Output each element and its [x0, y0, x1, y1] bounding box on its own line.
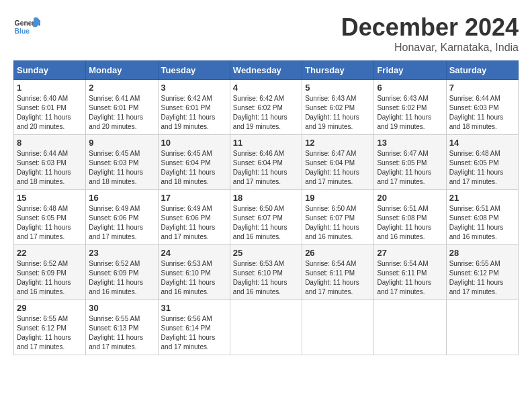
- day-info: Sunrise: 6:43 AMSunset: 6:02 PMDaylight:…: [305, 95, 359, 130]
- page-header: General Blue December 2024 Honavar, Karn…: [13, 13, 519, 54]
- day-number: 3: [161, 83, 227, 93]
- logo: General Blue: [13, 13, 43, 40]
- day-number: 10: [161, 138, 227, 148]
- calendar-day-cell: [374, 300, 446, 355]
- day-number: 1: [17, 83, 83, 93]
- day-info: Sunrise: 6:44 AMSunset: 6:03 PMDaylight:…: [17, 150, 71, 185]
- weekday-header: Wednesday: [230, 61, 302, 80]
- day-number: 29: [17, 303, 83, 313]
- day-number: 11: [233, 138, 299, 148]
- day-info: Sunrise: 6:52 AMSunset: 6:09 PMDaylight:…: [89, 260, 143, 295]
- location: Honavar, Karnataka, India: [341, 42, 519, 54]
- calendar-day-cell: 16 Sunrise: 6:49 AMSunset: 6:06 PMDaylig…: [86, 190, 158, 245]
- day-info: Sunrise: 6:54 AMSunset: 6:11 PMDaylight:…: [377, 260, 431, 295]
- day-info: Sunrise: 6:51 AMSunset: 6:08 PMDaylight:…: [377, 205, 431, 240]
- day-info: Sunrise: 6:45 AMSunset: 6:04 PMDaylight:…: [161, 150, 216, 185]
- day-info: Sunrise: 6:41 AMSunset: 6:01 PMDaylight:…: [89, 95, 143, 130]
- calendar-day-cell: 27 Sunrise: 6:54 AMSunset: 6:11 PMDaylig…: [374, 245, 446, 300]
- calendar-day-cell: 3 Sunrise: 6:42 AMSunset: 6:01 PMDayligh…: [158, 80, 230, 135]
- calendar-day-cell: 21 Sunrise: 6:51 AMSunset: 6:08 PMDaylig…: [446, 190, 518, 245]
- day-number: 8: [17, 138, 83, 148]
- day-number: 20: [377, 193, 443, 203]
- day-info: Sunrise: 6:48 AMSunset: 6:05 PMDaylight:…: [17, 205, 71, 240]
- day-info: Sunrise: 6:55 AMSunset: 6:12 PMDaylight:…: [17, 315, 71, 351]
- calendar-day-cell: 29 Sunrise: 6:55 AMSunset: 6:12 PMDaylig…: [14, 300, 86, 355]
- day-number: 12: [305, 138, 371, 148]
- weekday-header: Saturday: [446, 61, 518, 80]
- calendar-day-cell: 7 Sunrise: 6:44 AMSunset: 6:03 PMDayligh…: [446, 80, 518, 135]
- day-number: 7: [449, 83, 515, 93]
- day-number: 18: [233, 193, 299, 203]
- day-info: Sunrise: 6:55 AMSunset: 6:12 PMDaylight:…: [449, 260, 504, 295]
- day-number: 15: [17, 193, 83, 203]
- calendar-day-cell: 23 Sunrise: 6:52 AMSunset: 6:09 PMDaylig…: [86, 245, 158, 300]
- day-info: Sunrise: 6:42 AMSunset: 6:02 PMDaylight:…: [233, 95, 287, 130]
- calendar-day-cell: 28 Sunrise: 6:55 AMSunset: 6:12 PMDaylig…: [446, 245, 518, 300]
- day-info: Sunrise: 6:53 AMSunset: 6:10 PMDaylight:…: [233, 260, 287, 295]
- day-info: Sunrise: 6:47 AMSunset: 6:05 PMDaylight:…: [377, 150, 431, 185]
- calendar-day-cell: 9 Sunrise: 6:45 AMSunset: 6:03 PMDayligh…: [86, 135, 158, 190]
- calendar-day-cell: 8 Sunrise: 6:44 AMSunset: 6:03 PMDayligh…: [14, 135, 86, 190]
- day-info: Sunrise: 6:55 AMSunset: 6:13 PMDaylight:…: [89, 315, 143, 351]
- weekday-header: Monday: [86, 61, 158, 80]
- calendar-day-cell: 1 Sunrise: 6:40 AMSunset: 6:01 PMDayligh…: [14, 80, 86, 135]
- day-info: Sunrise: 6:43 AMSunset: 6:02 PMDaylight:…: [377, 95, 431, 130]
- day-number: 19: [305, 193, 371, 203]
- day-info: Sunrise: 6:54 AMSunset: 6:11 PMDaylight:…: [305, 260, 359, 295]
- weekday-header: Thursday: [302, 61, 374, 80]
- day-info: Sunrise: 6:40 AMSunset: 6:01 PMDaylight:…: [17, 95, 71, 130]
- day-info: Sunrise: 6:46 AMSunset: 6:04 PMDaylight:…: [233, 150, 287, 185]
- calendar-day-cell: 30 Sunrise: 6:55 AMSunset: 6:13 PMDaylig…: [86, 300, 158, 355]
- header-row: SundayMondayTuesdayWednesdayThursdayFrid…: [14, 61, 519, 80]
- day-number: 28: [449, 248, 515, 258]
- calendar-day-cell: 14 Sunrise: 6:48 AMSunset: 6:05 PMDaylig…: [446, 135, 518, 190]
- day-info: Sunrise: 6:48 AMSunset: 6:05 PMDaylight:…: [449, 150, 504, 185]
- calendar-day-cell: [302, 300, 374, 355]
- calendar-day-cell: 31 Sunrise: 6:56 AMSunset: 6:14 PMDaylig…: [158, 300, 230, 355]
- day-number: 9: [89, 138, 154, 148]
- day-number: 22: [17, 248, 83, 258]
- calendar-day-cell: 11 Sunrise: 6:46 AMSunset: 6:04 PMDaylig…: [230, 135, 302, 190]
- calendar-week-row: 22 Sunrise: 6:52 AMSunset: 6:09 PMDaylig…: [14, 245, 519, 300]
- day-number: 4: [233, 83, 299, 93]
- calendar-day-cell: [446, 300, 518, 355]
- day-number: 23: [89, 248, 154, 258]
- day-info: Sunrise: 6:49 AMSunset: 6:06 PMDaylight:…: [89, 205, 143, 240]
- day-number: 31: [161, 303, 227, 313]
- calendar-week-row: 8 Sunrise: 6:44 AMSunset: 6:03 PMDayligh…: [14, 135, 519, 190]
- day-info: Sunrise: 6:49 AMSunset: 6:06 PMDaylight:…: [161, 205, 216, 240]
- calendar-day-cell: 6 Sunrise: 6:43 AMSunset: 6:02 PMDayligh…: [374, 80, 446, 135]
- calendar-day-cell: 10 Sunrise: 6:45 AMSunset: 6:04 PMDaylig…: [158, 135, 230, 190]
- day-number: 6: [377, 83, 443, 93]
- day-info: Sunrise: 6:51 AMSunset: 6:08 PMDaylight:…: [449, 205, 504, 240]
- calendar-week-row: 1 Sunrise: 6:40 AMSunset: 6:01 PMDayligh…: [14, 80, 519, 135]
- calendar-day-cell: 12 Sunrise: 6:47 AMSunset: 6:04 PMDaylig…: [302, 135, 374, 190]
- title-block: December 2024 Honavar, Karnataka, India: [341, 13, 519, 54]
- day-number: 27: [377, 248, 443, 258]
- day-info: Sunrise: 6:42 AMSunset: 6:01 PMDaylight:…: [161, 95, 216, 130]
- calendar-day-cell: 26 Sunrise: 6:54 AMSunset: 6:11 PMDaylig…: [302, 245, 374, 300]
- calendar-day-cell: 5 Sunrise: 6:43 AMSunset: 6:02 PMDayligh…: [302, 80, 374, 135]
- calendar-week-row: 15 Sunrise: 6:48 AMSunset: 6:05 PMDaylig…: [14, 190, 519, 245]
- svg-text:Blue: Blue: [15, 28, 30, 35]
- month-title: December 2024: [341, 13, 519, 42]
- calendar-day-cell: 20 Sunrise: 6:51 AMSunset: 6:08 PMDaylig…: [374, 190, 446, 245]
- day-info: Sunrise: 6:50 AMSunset: 6:07 PMDaylight:…: [233, 205, 287, 240]
- day-number: 16: [89, 193, 154, 203]
- day-number: 25: [233, 248, 299, 258]
- weekday-header: Tuesday: [158, 61, 230, 80]
- calendar-day-cell: 13 Sunrise: 6:47 AMSunset: 6:05 PMDaylig…: [374, 135, 446, 190]
- day-info: Sunrise: 6:53 AMSunset: 6:10 PMDaylight:…: [161, 260, 216, 295]
- day-info: Sunrise: 6:45 AMSunset: 6:03 PMDaylight:…: [89, 150, 143, 185]
- day-number: 30: [89, 303, 154, 313]
- logo-icon: General Blue: [13, 13, 40, 40]
- day-number: 13: [377, 138, 443, 148]
- day-number: 2: [89, 83, 154, 93]
- day-info: Sunrise: 6:47 AMSunset: 6:04 PMDaylight:…: [305, 150, 359, 185]
- day-number: 21: [449, 193, 515, 203]
- calendar-day-cell: 19 Sunrise: 6:50 AMSunset: 6:07 PMDaylig…: [302, 190, 374, 245]
- calendar-day-cell: [230, 300, 302, 355]
- weekday-header: Sunday: [14, 61, 86, 80]
- calendar-day-cell: 25 Sunrise: 6:53 AMSunset: 6:10 PMDaylig…: [230, 245, 302, 300]
- calendar-day-cell: 2 Sunrise: 6:41 AMSunset: 6:01 PMDayligh…: [86, 80, 158, 135]
